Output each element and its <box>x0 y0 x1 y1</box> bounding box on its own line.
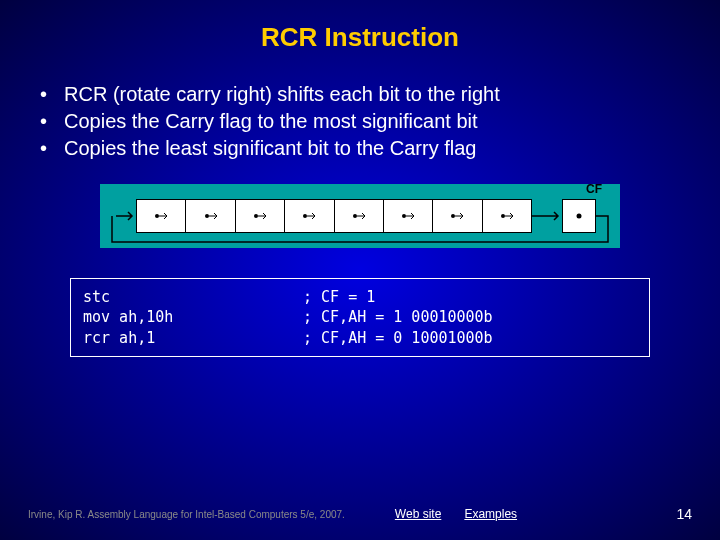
bullet-dot-icon: • <box>40 135 64 162</box>
code-line: stc ; CF = 1 <box>83 287 637 307</box>
bit-cell <box>384 199 433 233</box>
footer: Irvine, Kip R. Assembly Language for Int… <box>0 506 720 522</box>
bullet-text: RCR (rotate carry right) shifts each bit… <box>64 81 500 108</box>
examples-link[interactable]: Examples <box>464 507 517 521</box>
svg-point-2 <box>254 214 258 218</box>
website-link[interactable]: Web site <box>395 507 441 521</box>
code-instruction: stc <box>83 287 303 307</box>
bit-cell <box>186 199 235 233</box>
bullet-text: Copies the Carry flag to the most signif… <box>64 108 478 135</box>
page-number: 14 <box>676 506 692 522</box>
svg-point-1 <box>205 214 209 218</box>
citation-text: Irvine, Kip R. Assembly Language for Int… <box>28 509 345 520</box>
svg-point-3 <box>303 214 307 218</box>
code-comment: ; CF,AH = 0 10001000b <box>303 328 493 348</box>
bit-cell <box>236 199 285 233</box>
bullet-dot-icon: • <box>40 108 64 135</box>
bullet-item: • RCR (rotate carry right) shifts each b… <box>40 81 690 108</box>
bit-cell <box>433 199 482 233</box>
code-comment: ; CF,AH = 1 00010000b <box>303 307 493 327</box>
rcr-diagram: CF <box>100 184 620 248</box>
bullet-list: • RCR (rotate carry right) shifts each b… <box>0 81 720 162</box>
carry-flag-cell <box>562 199 596 233</box>
loop-arrow-icon <box>110 196 136 236</box>
bit-cell <box>136 199 186 233</box>
code-instruction: rcr ah,1 <box>83 328 303 348</box>
bullet-dot-icon: • <box>40 81 64 108</box>
svg-point-0 <box>155 214 159 218</box>
code-comment: ; CF = 1 <box>303 287 375 307</box>
svg-point-4 <box>353 214 357 218</box>
arrow-to-cf-icon <box>532 199 562 233</box>
bit-cell <box>285 199 334 233</box>
code-example: stc ; CF = 1 mov ah,10h ; CF,AH = 1 0001… <box>70 278 650 357</box>
svg-point-8 <box>577 214 582 219</box>
bullet-item: • Copies the Carry flag to the most sign… <box>40 108 690 135</box>
svg-point-5 <box>402 214 406 218</box>
code-line: rcr ah,1 ; CF,AH = 0 10001000b <box>83 328 637 348</box>
carry-flag-label: CF <box>586 182 602 196</box>
bullet-text: Copies the least significant bit to the … <box>64 135 476 162</box>
svg-point-6 <box>451 214 455 218</box>
code-line: mov ah,10h ; CF,AH = 1 00010000b <box>83 307 637 327</box>
slide-title: RCR Instruction <box>0 0 720 81</box>
bit-cell <box>335 199 384 233</box>
bit-cell <box>483 199 532 233</box>
bullet-item: • Copies the least significant bit to th… <box>40 135 690 162</box>
code-instruction: mov ah,10h <box>83 307 303 327</box>
svg-point-7 <box>501 214 505 218</box>
